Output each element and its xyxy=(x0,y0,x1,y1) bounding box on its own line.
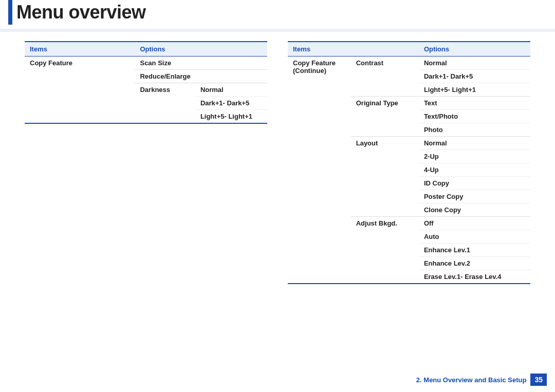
opt-value: Normal xyxy=(195,83,267,97)
opt-value: Normal xyxy=(419,137,530,150)
opt-value: Auto xyxy=(419,230,530,244)
item-cell: Copy Feature (Continue) xyxy=(288,57,351,284)
sub-cell: Scan Size xyxy=(135,57,267,70)
page-footer: 2. Menu Overview and Basic Setup 35 xyxy=(416,374,547,386)
header-divider xyxy=(0,29,555,32)
footer-page-number: 35 xyxy=(530,374,547,386)
right-table: Items Options Copy Feature (Continue) Co… xyxy=(288,41,530,284)
opt-value: Poster Copy xyxy=(419,190,530,203)
opt-value: 4-Up xyxy=(419,163,530,177)
col-header-options: Options xyxy=(419,42,530,57)
opt-value: 2-Up xyxy=(419,150,530,163)
opt-value: Enhance Lev.1 xyxy=(419,244,530,257)
opt-value: Light+5- Light+1 xyxy=(419,83,530,96)
opts-cell: Off Auto Enhance Lev.1 Enhance Lev.2 Era… xyxy=(419,217,530,284)
opt-value: Dark+1- Dark+5 xyxy=(419,70,530,83)
opts-cell: Normal Dark+1- Dark+5 Light+5- Light+1 xyxy=(195,83,267,124)
opt-value: ID Copy xyxy=(419,177,530,190)
opt-value: Text/Photo xyxy=(419,110,530,123)
col-header-options-sub xyxy=(351,42,419,57)
opts-cell: Normal 2-Up 4-Up ID Copy Poster Copy Clo… xyxy=(419,137,530,217)
sub-cell: Layout xyxy=(351,137,419,217)
opt-value: Normal xyxy=(419,57,530,70)
accent-bar xyxy=(8,0,12,25)
page-title: Menu overview xyxy=(16,2,146,23)
sub-cell: Adjust Bkgd. xyxy=(351,217,419,284)
sub-cell: Darkness xyxy=(135,83,195,124)
content-area: Items Options Copy Feature Scan Size Red… xyxy=(0,41,555,284)
page-header: Menu overview xyxy=(0,0,555,25)
sub-cell: Original Type xyxy=(351,97,419,137)
opts-cell: Text Text/Photo Photo xyxy=(419,97,530,137)
left-column: Items Options Copy Feature Scan Size Red… xyxy=(25,41,267,284)
col-header-options: Options xyxy=(135,42,267,57)
opt-value: Dark+1- Dark+5 xyxy=(195,97,267,110)
footer-section-label: 2. Menu Overview and Basic Setup xyxy=(416,376,527,384)
opt-value: Enhance Lev.2 xyxy=(419,257,530,270)
sub-cell: Reduce/Enlarge xyxy=(135,70,267,83)
opt-value: Text xyxy=(419,97,530,110)
item-cell: Copy Feature xyxy=(25,57,135,124)
opt-value: Light+5- Light+1 xyxy=(195,110,267,123)
sub-cell: Contrast xyxy=(351,57,419,97)
opt-value: Clone Copy xyxy=(419,203,530,216)
right-column: Items Options Copy Feature (Continue) Co… xyxy=(288,41,530,284)
left-table: Items Options Copy Feature Scan Size Red… xyxy=(25,41,267,124)
opt-value: Photo xyxy=(419,123,530,136)
opt-value: Erase Lev.1- Erase Lev.4 xyxy=(419,270,530,283)
opts-cell: Normal Dark+1- Dark+5 Light+5- Light+1 xyxy=(419,57,530,97)
col-header-items: Items xyxy=(288,42,351,57)
col-header-items: Items xyxy=(25,42,135,57)
opt-value: Off xyxy=(419,217,530,230)
